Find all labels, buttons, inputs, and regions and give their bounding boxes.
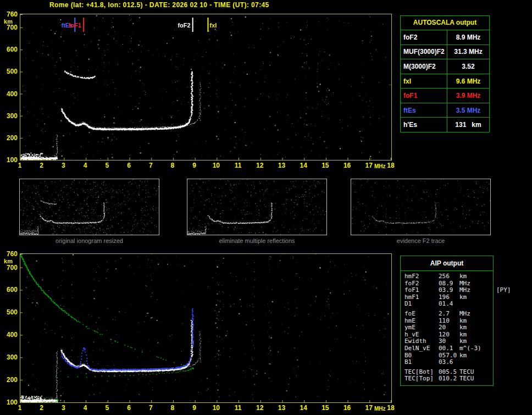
autoscala-output-table: AUTOSCALA output foF28.9 MHzMUF(3000)F23…: [400, 15, 490, 132]
autoscala-row-value: 3.52: [447, 59, 489, 74]
y-axis-tick-label: 500: [1, 308, 18, 316]
autoscala-row-label: fxI: [401, 74, 447, 88]
x-axis-tick-label: 18: [384, 162, 397, 169]
y-axis-tick-label: 760: [1, 250, 18, 258]
aip-row: DelN_vE00.1m^(-3): [404, 345, 493, 352]
aip-output-table: AIP output hmF2256kmfoF208.9MHzfoF103.9M…: [400, 256, 494, 386]
aip-unit: TECU: [459, 375, 493, 383]
y-axis-tick-label: 300: [1, 353, 18, 361]
autoscala-row-value: 9.6 MHz: [447, 74, 489, 88]
x-axis-tick-label: 10: [209, 404, 223, 412]
autoscala-table-title: AUTOSCALA output: [401, 16, 489, 30]
autoscala-row: foF28.9 MHz: [401, 30, 489, 45]
y-axis-unit-label: km: [1, 258, 15, 264]
x-axis-tick-label: 7: [144, 404, 157, 412]
annotation-label-foF1: foF1: [69, 22, 81, 29]
y-axis-tick-label: 200: [1, 376, 18, 384]
aip-value: 00.1: [439, 345, 459, 352]
aip-unit: km: [459, 294, 493, 301]
aip-value: 01.4: [439, 301, 459, 308]
aip-row: foE2.7MHz: [404, 311, 493, 318]
x-axis-tick-label: 6: [123, 162, 136, 169]
y-axis-tick-label: 600: [1, 286, 18, 294]
x-axis-tick-label: 16: [341, 404, 354, 412]
aip-unit: m^(-3): [459, 345, 493, 352]
aip-unit: km: [459, 273, 493, 280]
autoscala-row: MUF(3000)F231.3 MHz: [401, 45, 489, 60]
autoscala-row: fxI9.6 MHz: [401, 74, 489, 89]
x-axis-tick-label: 9: [188, 404, 201, 412]
y-axis-tick-label: 400: [1, 331, 18, 339]
x-axis-tick-label: 2: [35, 162, 48, 169]
x-axis-tick-label: 9: [188, 162, 201, 169]
autoscala-window: Rome (lat: +41.8, lon: 012.5) - DATE: 20…: [0, 0, 532, 415]
autoscala-row-value: 8.9 MHz: [447, 30, 489, 45]
y-axis-tick-label: 760: [1, 10, 18, 18]
autoscala-row-value: 131 km: [447, 118, 489, 132]
aip-row: ymE20km: [404, 324, 493, 331]
x-axis-tick-label: 15: [319, 162, 332, 169]
annotation-label-fxI: fxI: [209, 22, 217, 29]
aip-table-title: AIP output: [401, 256, 493, 271]
x-axis-tick-label: 11: [231, 404, 245, 412]
page-title: Rome (lat: +41.8, lon: 012.5) - DATE: 20…: [49, 1, 269, 9]
y-axis-tick-label: 700: [1, 264, 18, 272]
aip-value: 256: [439, 273, 459, 280]
x-axis-tick-label: 15: [319, 404, 332, 412]
x-axis-tick-label: 14: [297, 162, 310, 169]
x-axis-tick-label: 3: [57, 162, 70, 169]
x-axis-tick-label: 13: [275, 162, 288, 169]
autoscala-row-label: M(3000)F2: [401, 59, 447, 74]
x-axis-tick-label: 10: [209, 162, 223, 169]
x-axis-tick-label: 4: [79, 162, 92, 169]
y-axis-tick-label: 500: [1, 68, 18, 75]
x-axis-tick-label: 17: [362, 404, 375, 412]
thumbnail-evidence-f2-trace: evidence F2 trace: [351, 179, 491, 244]
thumbnail-eliminate-multiples-canvas: [187, 179, 327, 235]
autoscala-row-value: 3.5 MHz: [447, 103, 489, 118]
y-axis-unit-label: km: [1, 18, 15, 25]
autoscala-row: h'Es131 km: [401, 118, 489, 132]
y-axis-tick-label: 300: [1, 112, 18, 120]
aip-value: 03.6: [439, 359, 459, 366]
autoscala-table-body: foF28.9 MHzMUF(3000)F231.3 MHzM(3000)F23…: [401, 30, 489, 132]
autoscala-row: ftEs3.5 MHz: [401, 103, 489, 118]
aip-unit: [459, 359, 493, 366]
x-axis-tick-label: 1: [13, 404, 26, 412]
x-axis-tick-label: 4: [79, 404, 92, 412]
y-axis-tick-label: 600: [1, 46, 18, 53]
x-axis-tick-label: 8: [166, 162, 179, 169]
x-axis-tick-label: 17: [362, 162, 375, 169]
x-axis-tick-label: 5: [101, 404, 114, 412]
aip-table-body: hmF2256kmfoF208.9MHzfoF103.9MHzhmF1196km…: [401, 271, 493, 383]
aip-label: foE: [404, 311, 439, 318]
thumbnail-caption: evidence F2 trace: [351, 237, 491, 244]
thumbnail-caption: eliminate multiple reflections: [187, 237, 327, 244]
autoscala-row-label: foF2: [401, 30, 447, 45]
aip-unit: km: [459, 324, 493, 331]
thumbnail-evidence-f2-trace-canvas: [351, 179, 491, 235]
aip-unit: MHz: [459, 287, 493, 294]
aip-value: 20: [439, 324, 459, 331]
x-axis-tick-label: 3: [57, 404, 70, 412]
thumbnail-caption: original ionogram resized: [19, 237, 159, 244]
aip-label: DelN_vE: [404, 345, 439, 352]
thumbnail-original-ionogram-canvas: [19, 179, 159, 235]
x-axis-tick-label: 1: [13, 162, 26, 169]
aip-label: foF1: [404, 287, 439, 294]
aip-row: foF103.9MHz: [404, 287, 493, 294]
x-axis-tick-label: 16: [341, 162, 354, 169]
aip-label: D1: [404, 301, 439, 308]
x-axis-unit-label: MHz: [374, 163, 386, 169]
aip-row: D101.4: [404, 301, 493, 308]
x-axis-tick-label: 14: [297, 404, 310, 412]
x-axis-tick-label: 12: [253, 404, 267, 412]
x-axis-tick-label: 12: [253, 162, 267, 169]
aip-value: 010.2: [439, 375, 459, 383]
top-ionogram-canvas: [20, 14, 392, 161]
bottom-ionogram-canvas: [20, 253, 392, 403]
autoscala-row-value: 31.3 MHz: [447, 45, 489, 59]
aip-row: hmE110km: [404, 318, 493, 325]
autoscala-row-label: ftEs: [401, 103, 447, 118]
aip-label: TEC[Top]: [404, 375, 439, 383]
